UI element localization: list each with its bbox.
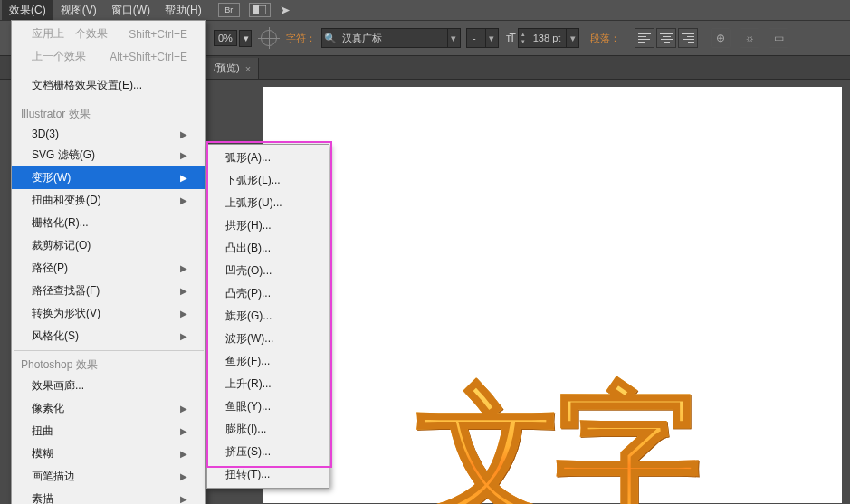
menu-ps-item[interactable]: 模糊▶ <box>12 442 205 465</box>
search-icon: 🔍 <box>322 33 339 44</box>
menu-raster-settings[interactable]: 文档栅格效果设置(E)... <box>12 74 205 97</box>
menu-ps-item[interactable]: 扭曲▶ <box>12 420 205 442</box>
menu-ai-item[interactable]: 路径(P)▶ <box>12 257 205 280</box>
menu-item-label: 变形(W) <box>32 170 71 185</box>
menubar: 效果(C) 视图(V) 窗口(W) 帮助(H) Br ➤ <box>0 0 850 20</box>
warp-option[interactable]: 膨胀(I)... <box>207 418 329 441</box>
submenu-arrow-icon: ▶ <box>180 426 187 436</box>
menu-item-label: 3D(3) <box>32 128 59 140</box>
font-family-value: 汉真广标 <box>339 32 447 45</box>
menu-item-label: 模糊 <box>32 446 53 461</box>
submenu-arrow-icon: ▶ <box>180 195 187 205</box>
warp-option[interactable]: 扭转(T)... <box>207 463 329 486</box>
paragraph-label: 段落： <box>590 32 620 45</box>
warp-option[interactable]: 拱形(H)... <box>207 214 329 237</box>
menu-item-label: 画笔描边 <box>32 469 75 484</box>
warp-option[interactable]: 凸壳(P)... <box>207 282 329 305</box>
menu-ai-item[interactable]: SVG 滤镜(G)▶ <box>12 144 205 166</box>
menu-ps-item[interactable]: 素描▶ <box>12 488 205 504</box>
menu-ai-item[interactable]: 路径查找器(F)▶ <box>12 280 205 302</box>
menu-ai-item[interactable]: 风格化(S)▶ <box>12 325 205 347</box>
font-style-dropdown[interactable]: - ▾ <box>466 28 499 48</box>
menu-item-label: 效果画廊... <box>32 378 84 394</box>
registration-icon[interactable] <box>261 30 277 46</box>
menu-item-label: SVG 滤镜(G) <box>32 147 95 163</box>
section-photoshop: Photoshop 效果 <box>12 354 205 375</box>
submenu-arrow-icon: ▶ <box>180 173 187 183</box>
submenu-arrow-icon: ▶ <box>180 449 187 459</box>
zoom-dropdown-arrow[interactable]: ▾ <box>239 30 252 47</box>
submenu-arrow-icon: ▶ <box>180 129 187 139</box>
menu-help[interactable]: 帮助(H) <box>158 0 209 21</box>
menu-ai-item[interactable]: 3D(3)▶ <box>12 124 205 144</box>
warp-option[interactable]: 鱼形(F)... <box>207 350 329 373</box>
submenu-arrow-icon: ▶ <box>180 471 187 481</box>
text-object[interactable]: 文字 <box>416 358 695 504</box>
warp-option[interactable]: 凸出(B)... <box>207 237 329 260</box>
font-size-icon: тT <box>506 32 514 44</box>
warp-option[interactable]: 旗形(G)... <box>207 305 329 328</box>
warp-submenu: 弧形(A)...下弧形(L)...上弧形(U)...拱形(H)...凸出(B).… <box>206 144 329 489</box>
submenu-arrow-icon: ▶ <box>180 331 187 341</box>
menu-window[interactable]: 窗口(W) <box>104 0 158 21</box>
menu-ai-item[interactable]: 扭曲和变换(D)▶ <box>12 189 205 212</box>
warp-option[interactable]: 波形(W)... <box>207 328 329 350</box>
menu-item-label: 像素化 <box>32 401 64 416</box>
menu-item-label: 路径(P) <box>32 261 68 276</box>
chevron-down-icon: ▾ <box>447 29 460 47</box>
menu-apply-last-effect[interactable]: 应用上一个效果Shift+Ctrl+E <box>12 23 205 45</box>
transform-icon[interactable]: ▭ <box>769 28 788 48</box>
effects-menu: 应用上一个效果Shift+Ctrl+E 上一个效果Alt+Shift+Ctrl+… <box>11 20 206 504</box>
warp-option[interactable]: 弧形(A)... <box>207 147 329 169</box>
menu-item-label: 风格化(S) <box>32 328 79 344</box>
menu-ps-item[interactable]: 效果画廊... <box>12 375 205 397</box>
menu-effects[interactable]: 效果(C) <box>2 0 53 21</box>
menu-item-label: 栅格化(R)... <box>32 215 89 231</box>
warp-option[interactable]: 上升(R)... <box>207 373 329 395</box>
warp-icon[interactable]: ☼ <box>740 28 759 48</box>
warp-option[interactable]: 鱼眼(Y)... <box>207 395 329 418</box>
menu-item-label: 转换为形状(V) <box>32 306 100 321</box>
touch-type-icon[interactable]: ⊕ <box>711 28 731 48</box>
menu-ai-item[interactable]: 变形(W)▶ <box>12 166 205 189</box>
font-size-dropdown[interactable]: ▴▾ 138 pt ▾ <box>518 28 580 48</box>
submenu-arrow-icon: ▶ <box>180 309 187 319</box>
menu-item-label: 扭曲 <box>32 423 53 439</box>
menu-ai-item[interactable]: 转换为形状(V)▶ <box>12 302 205 325</box>
character-label: 字符： <box>286 32 316 45</box>
submenu-arrow-icon: ▶ <box>180 494 187 504</box>
warp-option[interactable]: 上弧形(U)... <box>207 192 329 214</box>
align-right-button[interactable] <box>678 28 698 48</box>
menu-last-effect[interactable]: 上一个效果Alt+Shift+Ctrl+E <box>12 45 205 68</box>
menu-item-label: 扭曲和变换(D) <box>32 193 101 208</box>
zoom-value[interactable]: 0% <box>214 30 237 46</box>
separator <box>14 100 204 100</box>
menu-view[interactable]: 视图(V) <box>53 0 104 21</box>
menu-item-label: 裁剪标记(O) <box>32 238 91 253</box>
chevron-down-icon: ▾ <box>485 29 498 47</box>
warp-option[interactable]: 下弧形(L)... <box>207 169 329 192</box>
chevron-down-icon: ▾ <box>566 29 578 47</box>
menu-ps-item[interactable]: 画笔描边▶ <box>12 465 205 488</box>
align-left-button[interactable] <box>635 28 654 48</box>
warp-option[interactable]: 挤压(S)... <box>207 441 329 463</box>
font-family-dropdown[interactable]: 🔍 汉真广标 ▾ <box>321 28 461 48</box>
close-icon[interactable]: × <box>245 63 251 74</box>
layout-icon[interactable] <box>249 3 271 17</box>
submenu-arrow-icon: ▶ <box>180 150 187 160</box>
warp-option[interactable]: 凹壳(O)... <box>207 260 329 282</box>
menu-ai-item[interactable]: 栅格化(R)... <box>12 212 205 234</box>
text-baseline <box>424 471 750 471</box>
rocket-icon[interactable]: ➤ <box>280 3 291 17</box>
artboard[interactable]: 文字 <box>263 87 842 503</box>
bridge-icon[interactable]: Br <box>218 3 240 17</box>
tab-label: /预览) <box>214 62 240 75</box>
document-tab[interactable]: /预览) × <box>206 58 259 79</box>
svg-rect-1 <box>253 5 259 14</box>
menu-item-label: 素描 <box>32 491 53 504</box>
menu-ps-item[interactable]: 像素化▶ <box>12 397 205 420</box>
submenu-arrow-icon: ▶ <box>180 286 187 296</box>
section-illustrator: Illustrator 效果 <box>12 103 205 124</box>
align-center-button[interactable] <box>656 28 676 48</box>
menu-ai-item[interactable]: 裁剪标记(O) <box>12 234 205 257</box>
